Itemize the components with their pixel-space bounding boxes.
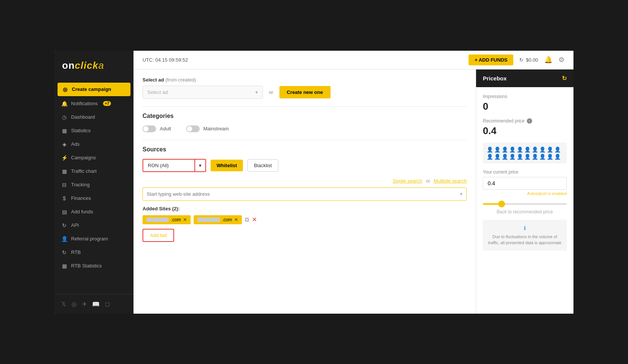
rec-price-info-icon[interactable]: i xyxy=(527,118,532,124)
sidebar-nav: ◎ Create campaign 🔔 Notifications +7 ◷ D… xyxy=(55,79,133,294)
sources-select-wrapper: RON (All) ▾ xyxy=(143,159,206,172)
sidebar-item-add-funds[interactable]: ▤ Add funds xyxy=(55,205,133,219)
person-16: 👤 xyxy=(524,154,531,160)
sidebar-item-statistics[interactable]: ▦ Statistics xyxy=(55,124,133,137)
sources-dropdown-arrow[interactable]: ▾ xyxy=(195,159,206,172)
sidebar-item-api[interactable]: ↻ API xyxy=(55,219,133,232)
person-8: 👤 xyxy=(539,147,546,153)
notifications-header-icon[interactable]: 🔔 xyxy=(544,56,552,64)
whitelist-button[interactable]: Whitelist xyxy=(211,160,243,171)
or-text-1: or xyxy=(269,89,273,95)
categories-title: Categories xyxy=(143,113,467,119)
impressions-label: Impressions xyxy=(483,94,567,99)
docs-icon[interactable]: 📖 xyxy=(92,301,100,308)
pricebox: Pricebox ↻ Impressions 0 Recommended pri… xyxy=(476,69,573,314)
clear-sites-button[interactable]: ✕ xyxy=(252,216,257,223)
rtb-icon: ↻ xyxy=(61,249,67,255)
sidebar-footer: 𝕏 ◎ ✈ 📖 ◻ xyxy=(55,294,133,314)
sidebar-item-referral[interactable]: 👤 Referral program xyxy=(55,232,133,246)
sidebar-item-finances[interactable]: $ Finances xyxy=(55,192,133,205)
copy-sites-button[interactable]: ⧉ xyxy=(245,216,249,223)
form-area: Select ad (from created) Select ad ▾ or … xyxy=(133,69,476,314)
autoadjust-label: Autoadjust is enabled xyxy=(483,191,567,196)
header-actions: + ADD FUNDS ↻ $0.00 🔔 ⚙ xyxy=(469,54,564,65)
telegram-icon[interactable]: ✈ xyxy=(82,301,87,308)
sources-dropdown[interactable]: RON (All) xyxy=(143,159,195,172)
sidebar-item-campaigns[interactable]: ⚡ Campaigns xyxy=(55,151,133,165)
sidebar: onclicka ◎ Create campaign 🔔 Notificatio… xyxy=(55,51,133,314)
adult-toggle[interactable] xyxy=(143,125,156,132)
person-19: 👤 xyxy=(547,154,553,160)
categories-row: Adult Mainstream xyxy=(143,125,467,132)
main-content: UTC: 04.15 09:59:52 + ADD FUNDS ↻ $0.00 … xyxy=(133,51,573,314)
referral-icon: 👤 xyxy=(61,236,67,242)
person-9: 👤 xyxy=(547,147,553,153)
site-tag-2: .com ✕ xyxy=(194,215,242,224)
add-funds-button[interactable]: + ADD FUNDS xyxy=(469,54,513,65)
select-ad-dropdown[interactable]: Select ad ▾ xyxy=(143,86,263,99)
person-13: 👤 xyxy=(502,154,508,160)
sources-row: RON (All) ▾ Whitelist Blacklist xyxy=(143,159,467,172)
impressions-value: 0 xyxy=(483,101,567,112)
notifications-icon: 🔔 xyxy=(61,101,67,107)
site-1-masked xyxy=(146,217,169,222)
single-search-link[interactable]: Single search xyxy=(393,178,422,184)
logo-text: onclicka xyxy=(62,60,126,71)
refresh-balance-icon[interactable]: ↻ xyxy=(519,57,523,63)
twitter-icon[interactable]: 𝕏 xyxy=(61,301,66,308)
person-4: 👤 xyxy=(509,147,516,153)
person-6: 👤 xyxy=(524,147,531,153)
site-1-remove[interactable]: ✕ xyxy=(183,217,187,222)
sidebar-item-ads[interactable]: ◈ Ads xyxy=(55,137,133,151)
sidebar-item-rtb-statistics[interactable]: ▦ RTB Statistics xyxy=(55,259,133,273)
person-1: 👤 xyxy=(487,147,493,153)
create-campaign-icon: ◎ xyxy=(62,86,68,92)
finances-icon: $ xyxy=(61,195,67,201)
settings-header-icon[interactable]: ⚙ xyxy=(558,56,564,64)
multiple-search-link[interactable]: Multiple search xyxy=(434,178,467,184)
campaigns-icon: ⚡ xyxy=(61,155,67,161)
person-2: 👤 xyxy=(494,147,501,153)
pricebox-title: Pricebox xyxy=(483,75,507,82)
person-7: 👤 xyxy=(532,147,538,153)
pricebox-header: Pricebox ↻ xyxy=(476,69,573,87)
rec-price-label-row: Recommended price i xyxy=(483,118,567,124)
rtb-statistics-icon: ▦ xyxy=(61,263,67,269)
balance-display: ↻ $0.00 xyxy=(519,57,538,63)
price-slider[interactable] xyxy=(483,203,567,205)
category-mainstream: Mainstream xyxy=(186,125,229,132)
person-10: 👤 xyxy=(554,147,561,153)
site-2-remove[interactable]: ✕ xyxy=(234,217,238,222)
dropdown-arrow-icon: ▾ xyxy=(255,89,258,95)
pricebox-notice: ℹ Due to fluctuations in the volume of t… xyxy=(483,220,567,251)
instagram-icon[interactable]: ◻ xyxy=(105,301,110,308)
current-price-input[interactable] xyxy=(483,177,567,190)
added-sites-label: Added Sites (2): xyxy=(143,206,467,211)
divider-1 xyxy=(143,106,467,107)
dashboard-icon: ◷ xyxy=(61,114,67,120)
sidebar-item-traffic-chart[interactable]: ▦ Traffic chart xyxy=(55,165,133,178)
back-to-rec-link[interactable]: Back to recommended price xyxy=(483,209,567,214)
sidebar-item-dashboard[interactable]: ◷ Dashboard xyxy=(55,110,133,124)
person-14: 👤 xyxy=(509,154,516,160)
sidebar-item-notifications[interactable]: 🔔 Notifications +7 xyxy=(55,97,133,110)
person-5: 👤 xyxy=(517,147,523,153)
discord-icon[interactable]: ◎ xyxy=(71,301,77,308)
sources-section: Sources RON (All) ▾ Whitelist Blacklist … xyxy=(143,146,467,242)
mainstream-toggle[interactable] xyxy=(186,125,200,132)
sidebar-item-tracking[interactable]: ⊟ Tracking xyxy=(55,178,133,192)
person-20: 👤 xyxy=(554,154,561,160)
tracking-icon: ⊟ xyxy=(61,182,67,188)
site-search-input[interactable] xyxy=(147,188,460,200)
person-12: 👤 xyxy=(494,154,501,160)
pricebox-refresh-icon[interactable]: ↻ xyxy=(562,75,567,82)
sidebar-item-create-campaign[interactable]: ◎ Create campaign xyxy=(58,83,130,96)
sidebar-item-rtb[interactable]: ↻ RTB xyxy=(55,246,133,259)
add-bid-button[interactable]: Add bid xyxy=(143,229,174,242)
create-new-button[interactable]: Create new one xyxy=(279,86,331,98)
person-11: 👤 xyxy=(487,154,493,160)
statistics-icon: ▦ xyxy=(61,128,67,134)
categories-section: Categories Adult Mainstream xyxy=(143,113,467,132)
blacklist-button[interactable]: Blacklist xyxy=(247,159,278,172)
header: UTC: 04.15 09:59:52 + ADD FUNDS ↻ $0.00 … xyxy=(133,51,573,69)
